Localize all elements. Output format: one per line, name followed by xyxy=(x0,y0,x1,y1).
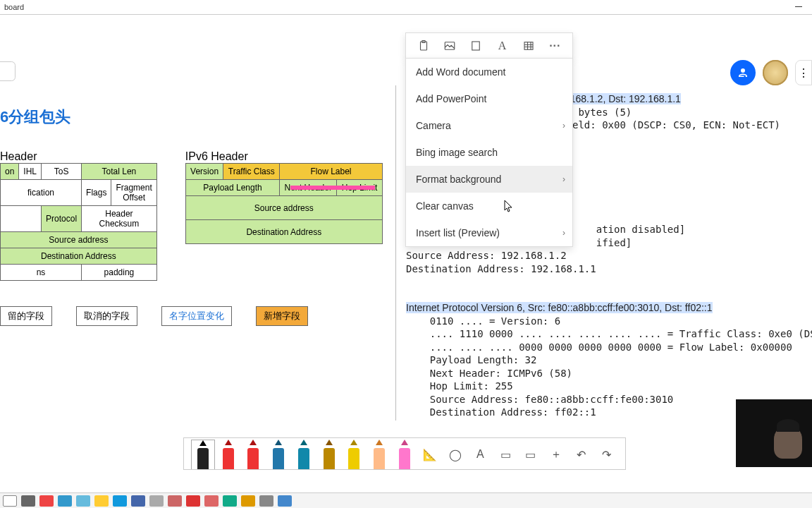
ruler-icon[interactable]: 📐 xyxy=(418,440,442,469)
back-button[interactable] xyxy=(0,61,16,81)
pen[interactable] xyxy=(317,440,341,469)
taskbar-app[interactable] xyxy=(94,495,109,507)
legend: 留的字段 取消的字段 名字位置变化 新增字段 xyxy=(0,306,377,326)
svg-rect-3 xyxy=(472,42,480,50)
redo-icon[interactable]: ↷ xyxy=(594,440,618,469)
taskbar-app[interactable] xyxy=(259,495,273,507)
menu-item[interactable]: Insert list (Preview)› xyxy=(406,219,572,246)
cursor-pointer xyxy=(504,200,514,216)
taskbar[interactable] xyxy=(0,492,812,508)
taskbar-app[interactable] xyxy=(58,495,72,507)
share-button[interactable] xyxy=(730,60,756,85)
taskbar-app[interactable] xyxy=(21,495,35,507)
diagram-title: 6分组包头 xyxy=(0,107,377,128)
text-tool-icon[interactable]: A xyxy=(468,440,492,469)
taskbar-app[interactable] xyxy=(131,495,145,507)
pen[interactable] xyxy=(242,440,266,469)
taskbar-app[interactable] xyxy=(39,495,54,507)
pen[interactable] xyxy=(367,440,391,469)
separator xyxy=(395,85,396,421)
ipv6-caption: IPv6 Header xyxy=(185,150,383,163)
taskbar-app[interactable] xyxy=(168,495,182,507)
taskbar-app[interactable] xyxy=(76,495,90,507)
lasso-icon[interactable]: ◯ xyxy=(443,440,467,469)
more-icon[interactable]: ··· xyxy=(548,39,562,53)
svg-rect-4 xyxy=(524,42,533,50)
menu-item[interactable]: Camera› xyxy=(406,112,572,139)
header-diagram: 6分组包头 Header onIHLToSTotal Len ficationF… xyxy=(0,107,377,326)
taskbar-app[interactable] xyxy=(113,495,127,507)
pen[interactable] xyxy=(292,440,316,469)
table-icon[interactable] xyxy=(522,39,536,53)
taskview-icon[interactable] xyxy=(3,495,17,507)
title-bar: board xyxy=(0,0,812,15)
minimize-icon[interactable] xyxy=(795,6,802,7)
whiteboard-canvas[interactable]: ⋮ A ··· Add Word documentAdd PowerPointC… xyxy=(0,15,812,487)
menu-item[interactable]: Add Word document xyxy=(406,59,572,85)
image-tool-icon[interactable]: ▭ xyxy=(519,440,543,469)
menu-item[interactable]: Clear canvas xyxy=(406,193,572,219)
note-icon[interactable] xyxy=(469,39,483,53)
taskbar-app[interactable] xyxy=(241,495,255,507)
context-iconbar: A ··· xyxy=(405,32,573,59)
undo-icon[interactable]: ↶ xyxy=(570,440,593,469)
window-title: board xyxy=(4,3,24,11)
settings-button[interactable]: ⋮ xyxy=(795,60,812,85)
text-icon[interactable]: A xyxy=(496,39,510,53)
context-menu: Add Word documentAdd PowerPointCamera›Bi… xyxy=(405,58,573,247)
annotation-line xyxy=(290,186,375,190)
webcam-preview xyxy=(736,399,812,467)
taskbar-app[interactable] xyxy=(204,495,219,507)
taskbar-app[interactable] xyxy=(186,495,200,507)
pen[interactable] xyxy=(266,440,290,469)
person-icon xyxy=(737,66,749,79)
pen[interactable] xyxy=(343,440,367,469)
image-icon[interactable] xyxy=(443,39,457,53)
pen[interactable] xyxy=(393,440,417,469)
note-tool-icon[interactable]: ▭ xyxy=(493,440,517,469)
add-icon[interactable]: ＋ xyxy=(544,440,568,469)
ipv6-table: VersionTraffic ClassFlow Label Payload L… xyxy=(185,163,383,244)
menu-item[interactable]: Bing image search xyxy=(406,139,572,166)
pen-toolbar: 📐◯A▭▭＋↶↷ xyxy=(183,437,626,470)
menu-item[interactable]: Add PowerPoint xyxy=(406,85,572,112)
ipv4-caption: Header xyxy=(0,150,157,163)
paste-icon[interactable] xyxy=(417,39,431,53)
pen[interactable] xyxy=(216,440,240,469)
taskbar-app[interactable] xyxy=(278,495,292,507)
pen[interactable] xyxy=(191,440,215,469)
taskbar-app[interactable] xyxy=(223,495,237,507)
avatar-coin[interactable] xyxy=(763,60,788,85)
ipv4-table: onIHLToSTotal Len ficationFlagsFragment … xyxy=(0,163,157,281)
taskbar-app[interactable] xyxy=(149,495,164,507)
menu-item[interactable]: Format background› xyxy=(406,166,572,193)
